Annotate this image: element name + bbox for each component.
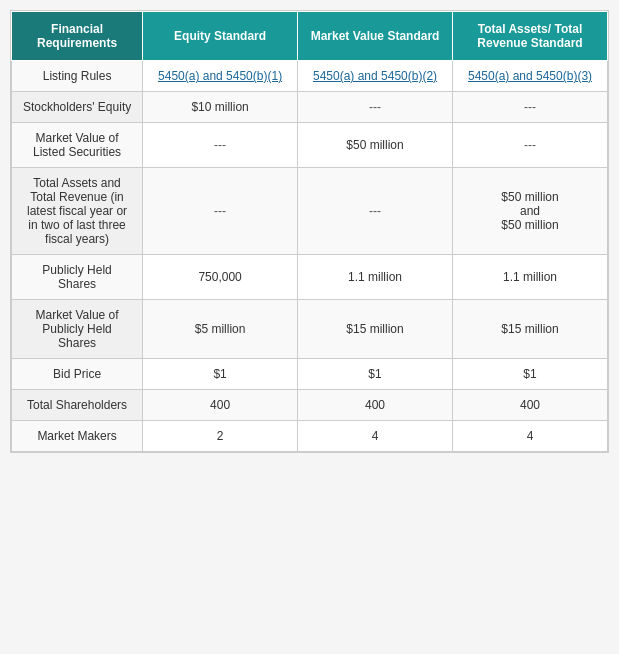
table-row: Market Value of Publicly Held Shares$5 m… — [12, 300, 608, 359]
listing-rule-link[interactable]: 5450(a) and 5450(b)(3) — [468, 69, 592, 83]
data-cell: $50 million — [298, 123, 453, 168]
data-cell: --- — [143, 168, 298, 255]
requirement-cell: Market Makers — [12, 421, 143, 452]
data-cell: 4 — [298, 421, 453, 452]
data-cell: $10 million — [143, 92, 298, 123]
data-cell[interactable]: 5450(a) and 5450(b)(1) — [143, 61, 298, 92]
financial-requirements-table: Financial Requirements Equity Standard M… — [10, 10, 609, 453]
requirement-cell: Listing Rules — [12, 61, 143, 92]
data-cell: $5 million — [143, 300, 298, 359]
data-cell[interactable]: 5450(a) and 5450(b)(2) — [298, 61, 453, 92]
col-header-total-assets-standard: Total Assets/ Total Revenue Standard — [453, 12, 608, 61]
data-cell: $1 — [453, 359, 608, 390]
data-cell: --- — [298, 92, 453, 123]
col-header-market-value-standard: Market Value Standard — [298, 12, 453, 61]
table-row: Total Assets and Total Revenue (in lates… — [12, 168, 608, 255]
requirement-cell: Market Value of Listed Securities — [12, 123, 143, 168]
table-row: Stockholders' Equity$10 million------ — [12, 92, 608, 123]
data-cell: 400 — [298, 390, 453, 421]
data-cell: $15 million — [298, 300, 453, 359]
requirement-cell: Publicly Held Shares — [12, 255, 143, 300]
data-cell: $15 million — [453, 300, 608, 359]
listing-rule-link[interactable]: 5450(a) and 5450(b)(2) — [313, 69, 437, 83]
requirement-cell: Bid Price — [12, 359, 143, 390]
col-header-financial-requirements: Financial Requirements — [12, 12, 143, 61]
data-cell: $1 — [298, 359, 453, 390]
data-cell[interactable]: 5450(a) and 5450(b)(3) — [453, 61, 608, 92]
col-header-equity-standard: Equity Standard — [143, 12, 298, 61]
table-row: Market Value of Listed Securities---$50 … — [12, 123, 608, 168]
requirement-cell: Stockholders' Equity — [12, 92, 143, 123]
data-cell: 750,000 — [143, 255, 298, 300]
data-cell: --- — [143, 123, 298, 168]
table-row: Market Makers244 — [12, 421, 608, 452]
data-cell: --- — [298, 168, 453, 255]
table-row: Listing Rules5450(a) and 5450(b)(1)5450(… — [12, 61, 608, 92]
requirement-cell: Market Value of Publicly Held Shares — [12, 300, 143, 359]
requirement-cell: Total Assets and Total Revenue (in lates… — [12, 168, 143, 255]
data-cell: 1.1 million — [453, 255, 608, 300]
table-row: Bid Price$1$1$1 — [12, 359, 608, 390]
data-cell: --- — [453, 92, 608, 123]
table-row: Publicly Held Shares750,0001.1 million1.… — [12, 255, 608, 300]
data-cell: $50 million and $50 million — [453, 168, 608, 255]
data-cell: 400 — [453, 390, 608, 421]
data-cell: 1.1 million — [298, 255, 453, 300]
listing-rule-link[interactable]: 5450(a) and 5450(b)(1) — [158, 69, 282, 83]
data-cell: $1 — [143, 359, 298, 390]
data-cell: 4 — [453, 421, 608, 452]
data-cell: 400 — [143, 390, 298, 421]
table-row: Total Shareholders400400400 — [12, 390, 608, 421]
data-cell: --- — [453, 123, 608, 168]
data-cell: 2 — [143, 421, 298, 452]
requirement-cell: Total Shareholders — [12, 390, 143, 421]
